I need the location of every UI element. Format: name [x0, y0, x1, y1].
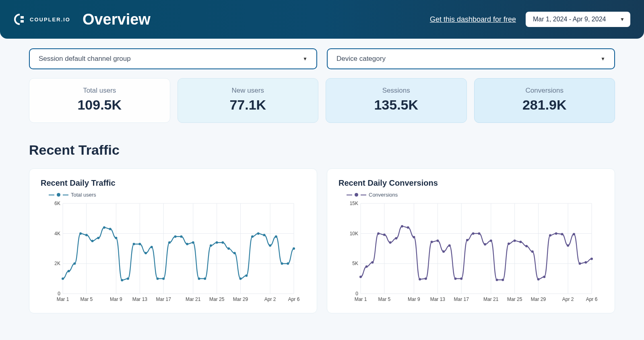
svg-point-37	[103, 226, 105, 229]
svg-point-106	[407, 226, 409, 229]
svg-point-64	[263, 234, 265, 236]
svg-point-128	[537, 278, 540, 280]
metric-label: Total users	[33, 87, 166, 95]
chart-recent-daily-traffic: Recent Daily Traffic Total users 02K4K6K…	[29, 168, 317, 313]
metric-conversions: Conversions 281.9K	[474, 78, 615, 123]
header-bar: COUPLER.IO Overview Get this dashboard f…	[0, 0, 644, 39]
svg-text:Mar 9: Mar 9	[110, 296, 122, 302]
svg-point-58	[227, 247, 230, 250]
metric-sessions: Sessions 135.5K	[326, 78, 467, 123]
svg-point-42	[133, 243, 135, 245]
svg-text:Apr 6: Apr 6	[288, 296, 300, 302]
page-title: Overview	[83, 11, 151, 28]
svg-point-34	[85, 234, 88, 236]
metric-value: 281.9K	[479, 97, 611, 113]
svg-point-43	[138, 243, 141, 245]
chart-legend: Total users	[41, 192, 305, 198]
svg-text:Mar 29: Mar 29	[233, 296, 248, 302]
date-range-picker[interactable]: Mar 1, 2024 - Apr 9, 2024 ▼	[526, 12, 630, 27]
svg-text:Mar 17: Mar 17	[454, 296, 469, 302]
metric-label: Sessions	[330, 87, 462, 95]
svg-text:Mar 25: Mar 25	[209, 296, 225, 302]
chart-canvas: 05K10K15KMar 1Mar 5Mar 9Mar 13Mar 17Mar …	[339, 200, 603, 305]
svg-point-59	[233, 252, 236, 254]
svg-point-66	[275, 235, 277, 238]
chart-title: Recent Daily Traffic	[41, 178, 305, 188]
svg-point-33	[79, 232, 82, 235]
svg-point-56	[216, 241, 218, 244]
svg-text:0: 0	[355, 291, 358, 296]
metric-label: Conversions	[479, 87, 611, 95]
legend-dot-icon	[355, 193, 358, 197]
svg-text:Apr 2: Apr 2	[562, 296, 574, 302]
svg-text:Mar 13: Mar 13	[132, 296, 148, 302]
svg-point-69	[293, 247, 295, 250]
svg-point-136	[584, 261, 587, 263]
svg-point-113	[448, 245, 451, 247]
svg-point-104	[395, 237, 397, 240]
metric-value: 135.5K	[330, 97, 462, 113]
svg-point-32	[73, 262, 76, 265]
svg-point-36	[97, 237, 99, 239]
svg-point-41	[127, 278, 129, 280]
svg-point-109	[425, 278, 427, 280]
svg-point-47	[162, 278, 165, 280]
brand-text: COUPLER.IO	[30, 17, 70, 23]
svg-text:10K: 10K	[350, 231, 358, 236]
svg-point-49	[174, 235, 177, 238]
svg-text:Mar 21: Mar 21	[483, 296, 499, 302]
svg-point-35	[91, 240, 94, 242]
svg-point-68	[287, 262, 289, 265]
svg-point-116	[466, 239, 469, 241]
svg-point-98	[359, 276, 362, 278]
svg-text:5K: 5K	[352, 261, 358, 266]
svg-point-111	[436, 240, 439, 242]
chart-canvas: 02K4K6KMar 1Mar 5Mar 9Mar 13Mar 17Mar 21…	[41, 200, 305, 305]
svg-point-52	[192, 241, 194, 244]
dropdown-label: Device category	[336, 55, 386, 62]
svg-text:Mar 1: Mar 1	[355, 296, 367, 302]
svg-point-114	[454, 278, 456, 280]
svg-point-108	[419, 278, 421, 280]
svg-text:0: 0	[58, 291, 60, 296]
svg-point-127	[531, 250, 534, 253]
svg-point-133	[567, 245, 569, 247]
svg-point-40	[121, 279, 123, 281]
chart-title: Recent Daily Conversions	[339, 178, 603, 188]
svg-point-134	[573, 233, 575, 235]
svg-point-30	[62, 278, 64, 280]
chevron-down-icon: ▼	[620, 17, 625, 22]
svg-point-121	[496, 279, 498, 281]
svg-text:6K: 6K	[54, 201, 60, 206]
svg-point-61	[245, 274, 248, 277]
svg-text:Apr 6: Apr 6	[586, 296, 598, 302]
svg-point-99	[365, 265, 368, 268]
svg-point-124	[514, 240, 516, 242]
svg-point-51	[186, 243, 188, 245]
legend-line-icon	[63, 195, 68, 195]
svg-point-44	[144, 252, 147, 254]
dropdown-label: Session default channel group	[39, 55, 131, 62]
svg-point-39	[115, 237, 117, 239]
svg-point-105	[401, 225, 403, 228]
svg-text:Mar 5: Mar 5	[80, 296, 93, 302]
svg-point-119	[484, 243, 486, 246]
svg-point-112	[442, 250, 445, 253]
svg-point-50	[180, 235, 182, 238]
svg-point-117	[472, 232, 475, 235]
svg-point-118	[478, 232, 480, 235]
device-category-dropdown[interactable]: Device category ▼	[327, 48, 615, 69]
svg-point-46	[156, 278, 159, 280]
svg-point-120	[490, 240, 492, 242]
svg-rect-1	[21, 20, 24, 23]
metric-value: 109.5K	[33, 97, 166, 113]
get-dashboard-link[interactable]: Get this dashboard for free	[430, 15, 516, 24]
svg-text:4K: 4K	[54, 231, 60, 236]
svg-text:Mar 1: Mar 1	[57, 296, 69, 302]
svg-point-115	[460, 278, 462, 280]
brand-mark-icon	[14, 13, 26, 25]
svg-point-101	[377, 232, 380, 235]
channel-group-dropdown[interactable]: Session default channel group ▼	[29, 48, 317, 69]
svg-point-130	[549, 234, 551, 236]
svg-text:Mar 9: Mar 9	[408, 296, 420, 302]
